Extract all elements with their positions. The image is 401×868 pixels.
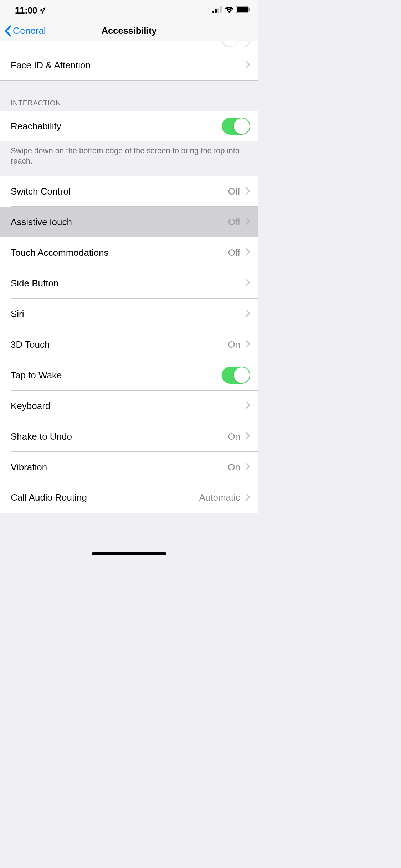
cell-label: Switch Control (11, 186, 228, 197)
cell-label: Tap to Wake (11, 370, 222, 381)
reachability-toggle[interactable] (222, 118, 250, 135)
face-id-attention-cell[interactable]: Face ID & Attention (0, 50, 258, 81)
cell-label: Call Audio Routing (11, 492, 199, 503)
home-indicator[interactable] (92, 552, 166, 555)
vibration-cell[interactable]: Vibration On (0, 452, 258, 482)
status-bar-left: 11:00 (15, 5, 46, 16)
svg-rect-3 (220, 6, 222, 13)
navigation-bar: General Accessibility (0, 21, 258, 41)
svg-rect-1 (215, 9, 217, 13)
chevron-right-icon (245, 187, 250, 196)
side-button-cell[interactable]: Side Button (0, 268, 258, 299)
siri-cell[interactable]: Siri (0, 299, 258, 329)
cell-detail: Off (228, 186, 240, 197)
chevron-left-icon (4, 25, 11, 37)
toggle-knob (234, 367, 250, 383)
svg-rect-0 (212, 11, 214, 13)
svg-rect-6 (249, 8, 250, 11)
toggle-knob (234, 118, 250, 134)
chevron-right-icon (245, 217, 250, 227)
cell-detail: Automatic (199, 492, 240, 503)
cell-label: Side Button (11, 278, 245, 289)
cell-detail: Off (228, 247, 240, 258)
cell-detail: On (228, 462, 240, 473)
back-button[interactable]: General (0, 25, 46, 37)
partial-row-above (0, 41, 258, 50)
back-button-label: General (13, 25, 46, 36)
chevron-right-icon (245, 61, 250, 70)
keyboard-cell[interactable]: Keyboard (0, 391, 258, 421)
chevron-right-icon (245, 493, 250, 502)
reachability-footer: Swipe down on the bottom edge of the scr… (0, 141, 258, 176)
settings-content: Face ID & Attention INTERACTION Reachabi… (0, 41, 258, 527)
cell-label: 3D Touch (11, 339, 228, 350)
page-title: Accessibility (101, 25, 156, 36)
status-time: 11:00 (15, 5, 37, 16)
touch-accommodations-cell[interactable]: Touch Accommodations Off (0, 237, 258, 268)
chevron-right-icon (245, 432, 250, 441)
toggle-off-partial-icon (222, 41, 250, 47)
cellular-signal-icon (212, 6, 222, 14)
svg-rect-5 (237, 7, 248, 12)
chevron-right-icon (245, 279, 250, 288)
chevron-right-icon (245, 340, 250, 349)
status-bar-right (212, 6, 250, 15)
switch-control-cell[interactable]: Switch Control Off (0, 176, 258, 207)
svg-rect-2 (217, 8, 219, 13)
wifi-icon (225, 6, 234, 15)
cell-detail: On (228, 431, 240, 442)
tap-to-wake-cell[interactable]: Tap to Wake (0, 360, 258, 391)
cell-detail: On (228, 339, 240, 350)
tap-to-wake-toggle[interactable] (222, 367, 250, 384)
cell-label: Reachability (11, 121, 222, 132)
cell-detail: Off (228, 217, 240, 228)
cell-label: Face ID & Attention (11, 60, 245, 71)
cell-label: Touch Accommodations (11, 247, 228, 258)
chevron-right-icon (245, 248, 250, 257)
shake-to-undo-cell[interactable]: Shake to Undo On (0, 421, 258, 452)
location-icon (39, 5, 46, 16)
cell-label: Siri (11, 309, 245, 320)
cell-label: Keyboard (11, 401, 245, 412)
cell-label: AssistiveTouch (11, 217, 228, 228)
interaction-section-header: INTERACTION (0, 81, 258, 111)
assistivetouch-cell[interactable]: AssistiveTouch Off (0, 207, 258, 237)
cell-label: Shake to Undo (11, 431, 228, 442)
cell-label: Vibration (11, 462, 228, 473)
battery-icon (236, 6, 250, 14)
status-bar: 11:00 (0, 0, 258, 21)
chevron-right-icon (245, 401, 250, 410)
chevron-right-icon (245, 309, 250, 319)
reachability-cell[interactable]: Reachability (0, 111, 258, 141)
call-audio-routing-cell[interactable]: Call Audio Routing Automatic (0, 482, 258, 513)
three-d-touch-cell[interactable]: 3D Touch On (0, 329, 258, 360)
chevron-right-icon (245, 463, 250, 472)
